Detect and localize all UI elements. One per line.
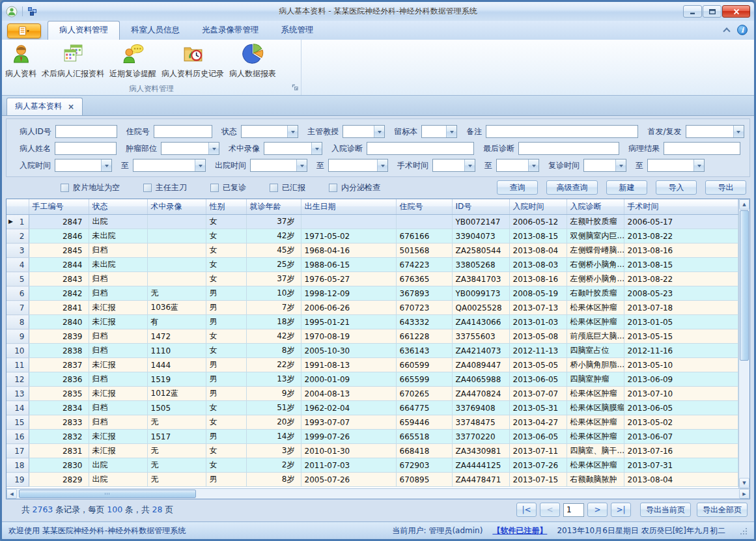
row-header-14[interactable]: 14	[7, 401, 29, 415]
next-page-button[interactable]: >	[587, 503, 608, 517]
minimize-button[interactable]	[683, 5, 702, 18]
discharge-date-from-combo-arrow[interactable]	[296, 160, 307, 171]
revisited-checkbox[interactable]	[210, 184, 219, 192]
row-header-6[interactable]: 6	[7, 286, 29, 301]
patient-info-button[interactable]: 病人资料	[3, 42, 38, 81]
close-button[interactable]	[722, 5, 750, 18]
postop-report-button[interactable]: 术后病人汇报资料	[40, 42, 106, 81]
intraop-video-combo[interactable]	[264, 142, 322, 155]
col-id-no[interactable]: ID号	[452, 199, 509, 215]
surgery-date-to-combo[interactable]	[496, 159, 539, 172]
scroll-left-icon[interactable]: ◀	[7, 489, 17, 499]
tumor-site-combo[interactable]	[161, 142, 219, 155]
export-button[interactable]: 导出	[705, 180, 746, 195]
ribbon-tab-disc-tape-management[interactable]: 光盘录像带管理	[191, 21, 270, 40]
table-row-5[interactable]: 52843归档女37岁1976-05-27676365ZA38417032013…	[7, 272, 738, 286]
revisit-date-from-combo[interactable]	[583, 159, 626, 172]
info-icon[interactable]: i	[737, 25, 748, 35]
revisit-date-to-combo-arrow[interactable]	[693, 160, 704, 171]
new-button[interactable]: 新建	[606, 180, 647, 195]
scroll-down-icon[interactable]: ▼	[739, 478, 749, 488]
horizontal-scrollbar[interactable]: ◀ ▶	[7, 488, 749, 499]
col-birth-date[interactable]: 出生日期	[301, 199, 396, 215]
patient-id-field[interactable]	[55, 125, 117, 138]
table-row-1[interactable]: ▶12847出院女37岁YB00721472006-05-12左额叶胶质瘤200…	[7, 215, 738, 229]
final-diagnosis-field[interactable]	[518, 142, 619, 155]
import-button[interactable]: 导入	[656, 180, 697, 195]
tab-patient-basic-info[interactable]: 病人基本资料 ×	[7, 98, 83, 115]
row-header-17[interactable]: 17	[7, 444, 29, 458]
export-current-page-button[interactable]: 导出当前页	[640, 503, 691, 517]
row-header-10[interactable]: 10	[7, 344, 29, 358]
table-row-10[interactable]: 102838归档1110女8岁2005-10-30636143ZA4214073…	[7, 344, 738, 358]
table-row-14[interactable]: 142834归档1505女51岁1962-02-0466477533769408…	[7, 401, 738, 415]
col-intraop-video[interactable]: 术中录像	[147, 199, 206, 215]
collapse-ribbon-icon[interactable]	[723, 27, 730, 35]
pathology-result-field[interactable]	[664, 142, 740, 155]
row-header-1[interactable]: ▶1	[7, 215, 29, 229]
col-gender[interactable]: 性别	[206, 199, 246, 215]
chief-surgeon-checkbox[interactable]	[143, 184, 152, 192]
last-page-button[interactable]: >|	[611, 503, 631, 517]
first-recurrence-combo-arrow[interactable]	[733, 126, 744, 137]
row-header-4[interactable]: 4	[7, 258, 29, 272]
maximize-button[interactable]	[703, 5, 721, 18]
table-row-19[interactable]: 192829出院无男8岁2005-07-26670895ZA4478471201…	[7, 473, 738, 487]
page-number-input[interactable]	[563, 503, 584, 517]
vertical-scrollbar[interactable]: ▲ ▼	[738, 199, 749, 488]
license-link[interactable]: 【软件已注册】	[492, 525, 547, 536]
row-header-2[interactable]: 2	[7, 229, 29, 243]
col-age[interactable]: 就诊年龄	[246, 199, 301, 215]
close-tab-icon[interactable]: ×	[68, 104, 74, 110]
admit-date-from-combo-arrow[interactable]	[101, 160, 111, 171]
table-row-6[interactable]: 62842归档无男10岁1998-12-09367893YB0099173200…	[7, 286, 738, 301]
row-header-7[interactable]: 7	[7, 301, 29, 315]
patient-name-field[interactable]	[55, 142, 117, 155]
export-all-pages-button[interactable]: 导出全部页	[697, 503, 748, 517]
first-recurrence-combo[interactable]	[686, 125, 744, 138]
horizontal-scroll-thumb[interactable]	[19, 490, 196, 498]
ribbon-tab-department-staff[interactable]: 科室人员信息	[120, 21, 191, 40]
scroll-up-icon[interactable]: ▲	[739, 199, 749, 210]
first-page-button[interactable]: |<	[516, 503, 537, 517]
col-admission-no[interactable]: 住院号	[396, 199, 452, 215]
discharge-date-to-combo-arrow[interactable]	[377, 160, 387, 171]
row-header-9[interactable]: 9	[7, 329, 29, 344]
specimen-combo-arrow[interactable]	[446, 126, 456, 137]
table-row-9[interactable]: 92839归档1472女42岁1970-08-19661228337556032…	[7, 329, 738, 344]
table-row-15[interactable]: 152833归档无女20岁1993-07-0765944633748475201…	[7, 415, 738, 430]
surgery-date-to-combo-arrow[interactable]	[528, 160, 539, 171]
col-status[interactable]: 状态	[89, 199, 147, 215]
row-header-8[interactable]: 8	[7, 315, 29, 329]
col-admit-date[interactable]: 入院时间	[509, 199, 567, 215]
row-header-5[interactable]: 5	[7, 272, 29, 286]
revisit-reminder-button[interactable]: 近期复诊提醒	[107, 42, 158, 81]
row-header-19[interactable]: 19	[7, 473, 29, 487]
status-combo-arrow[interactable]	[287, 126, 298, 137]
table-row-11[interactable]: 112837未汇报1444男22岁1991-08-13660599ZA40894…	[7, 358, 738, 372]
intraop-video-combo-arrow[interactable]	[311, 143, 322, 154]
professor-combo[interactable]	[343, 125, 385, 138]
data-report-button[interactable]: 病人数据报表	[227, 42, 278, 81]
tumor-site-combo-arrow[interactable]	[208, 143, 219, 154]
scroll-right-icon[interactable]: ▶	[739, 489, 749, 499]
query-button[interactable]: 查询	[497, 180, 538, 195]
discharge-date-from-combo[interactable]	[250, 159, 307, 172]
admit-date-from-combo[interactable]	[55, 159, 112, 172]
table-row-8[interactable]: 82840未汇报有男18岁1995-01-21643332ZA414306620…	[7, 315, 738, 329]
admit-diagnosis-field[interactable]	[367, 142, 474, 155]
admission-no-field[interactable]	[154, 125, 212, 138]
table-row-2[interactable]: 22846未出院女42岁1971-05-02676166339040732013…	[7, 229, 738, 243]
col-admit-diagnosis[interactable]: 入院诊断	[567, 199, 624, 215]
row-header-11[interactable]: 11	[7, 358, 29, 372]
col-manual-no[interactable]: 手工编号	[29, 199, 89, 215]
table-row-17[interactable]: 172831未汇报无女3岁2010-01-30668418ZA343098120…	[7, 444, 738, 458]
quick-access-icon[interactable]	[27, 7, 37, 16]
row-header-12[interactable]: 12	[7, 372, 29, 387]
vertical-scroll-thumb[interactable]	[740, 210, 749, 361]
revisit-date-to-combo[interactable]	[647, 159, 705, 172]
professor-combo-arrow[interactable]	[374, 126, 384, 137]
revisit-date-from-combo-arrow[interactable]	[615, 160, 626, 171]
col-surgery-date[interactable]: 手术时间	[624, 199, 738, 215]
table-row-7[interactable]: 72841未汇报1036蓝男7岁2006-06-26670723QA002552…	[7, 301, 738, 315]
